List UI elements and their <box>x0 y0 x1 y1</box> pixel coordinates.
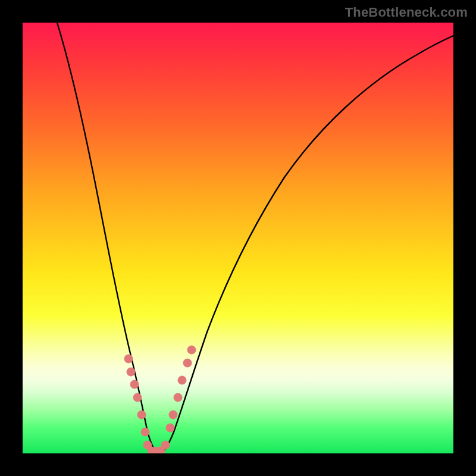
svg-point-15 <box>183 359 192 367</box>
plot-area <box>23 23 453 453</box>
svg-point-14 <box>178 376 186 384</box>
svg-point-1 <box>127 368 135 376</box>
svg-point-5 <box>141 428 149 436</box>
svg-point-2 <box>130 380 139 389</box>
svg-point-13 <box>174 393 182 402</box>
svg-point-3 <box>133 393 142 402</box>
svg-point-12 <box>169 411 177 419</box>
chart-frame: TheBottleneck.com <box>0 0 476 476</box>
svg-point-0 <box>124 355 133 363</box>
svg-point-10 <box>161 441 170 449</box>
svg-point-16 <box>187 346 196 354</box>
svg-point-4 <box>137 411 146 419</box>
curve-path <box>57 23 453 453</box>
attribution-text: TheBottleneck.com <box>345 5 468 20</box>
svg-point-11 <box>166 424 174 432</box>
bottleneck-curve <box>23 23 453 453</box>
